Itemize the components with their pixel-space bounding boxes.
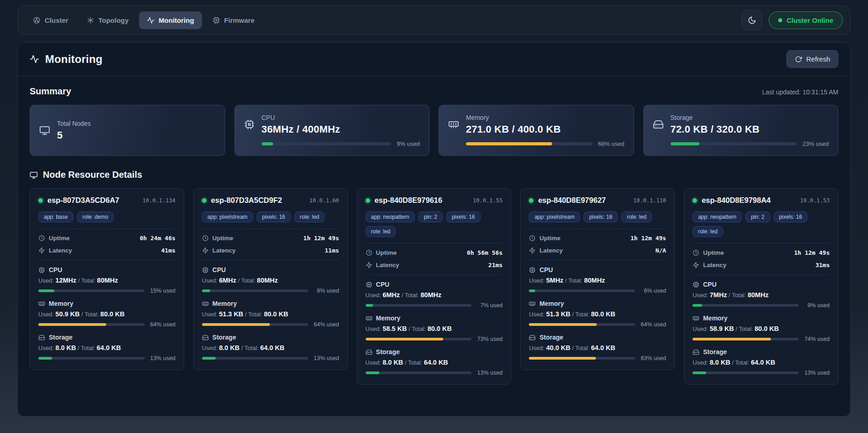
cluster-status-button[interactable]: Cluster Online: [769, 11, 843, 29]
node-ip: 10.0.1.110: [633, 197, 666, 204]
progress-percent-label: 23% used: [802, 140, 829, 147]
clock-icon: [692, 249, 699, 256]
node-card-esp-840d8e9798a4: esp-840D8E9798A410.0.1.53app: neopattern…: [684, 188, 838, 385]
metric-name: Storage: [703, 348, 727, 356]
tab-topology[interactable]: Topology: [79, 11, 136, 29]
cluster-icon: [33, 16, 41, 24]
metric-usage: Used: 8.0 KB / Total: 64.0 KB: [202, 344, 339, 351]
metric-usage: Used: 6MHz / Total: 80MHz: [202, 277, 339, 284]
metric-storage: StorageUsed: 8.0 KB / Total: 64.0 KB13% …: [692, 348, 830, 376]
monitoring-panel: Monitoring Refresh Summary Last updated:…: [17, 42, 851, 417]
tab-label: Monitoring: [159, 16, 194, 24]
progress-percent-label: 9% used: [397, 140, 420, 147]
metric-storage: StorageUsed: 40.0 KB / Total: 64.0 KB63%…: [529, 334, 666, 361]
moon-icon: [748, 16, 756, 25]
refresh-label: Refresh: [806, 55, 830, 63]
node-name: esp-807D3A5CD6A7: [47, 196, 119, 205]
clock-icon: [366, 249, 372, 256]
stat-value: 31ms: [816, 262, 830, 268]
tab-cluster[interactable]: Cluster: [25, 11, 76, 29]
summary-card-value: 271.0 KB / 400.0 KB: [466, 124, 561, 135]
node-badge: role: led: [621, 211, 652, 222]
metric-storage: StorageUsed: 8.0 KB / Total: 64.0 KB13% …: [202, 334, 339, 361]
progress-bar: [466, 142, 593, 145]
node-ip: 10.0.1.134: [143, 197, 176, 204]
cpu-icon: [529, 267, 536, 273]
panel-header: Monitoring Refresh: [18, 42, 850, 76]
last-updated-label: Last updated: 10:31:15 AM: [762, 88, 838, 96]
node-header: esp-840D8E97961610.0.1.55: [366, 196, 503, 205]
summary-card-storage: Storage72.0 KB / 320.0 KB23% used: [643, 105, 839, 156]
summary-card-value: 72.0 KB / 320.0 KB: [671, 124, 760, 135]
progress-bar: [366, 371, 472, 374]
node-card-esp-840d8e979616: esp-840D8E97961610.0.1.55app: neopattern…: [357, 188, 512, 385]
stat-label: Uptime: [539, 235, 560, 242]
page-title: Monitoring: [45, 53, 103, 66]
metric-name: CPU: [703, 281, 717, 288]
clock-icon: [529, 235, 536, 242]
stat-value: 41ms: [161, 247, 175, 254]
node-status-dot-icon: [366, 198, 370, 203]
memory-icon: [448, 119, 459, 130]
node-name: esp-840D8E979616: [375, 196, 443, 205]
stat-row-latency: Latency41ms: [38, 244, 176, 257]
tab-label: Cluster: [45, 16, 68, 24]
node-header: esp-840D8E97962710.0.1.110: [529, 196, 666, 205]
cluster-status-label: Cluster Online: [786, 16, 833, 24]
node-ip: 10.0.1.55: [473, 197, 502, 204]
progress-percent-label: 73% used: [476, 336, 502, 342]
summary-card-cpu: CPU36MHz / 400MHz9% used: [234, 105, 430, 156]
stat-row-uptime: Uptime1h 12m 49s: [202, 232, 339, 244]
refresh-button[interactable]: Refresh: [786, 50, 838, 68]
zap-icon: [366, 262, 372, 268]
memory-icon: [366, 315, 372, 322]
metric-usage: Used: 40.0 KB / Total: 64.0 KB: [529, 344, 666, 351]
storage-icon: [529, 334, 536, 341]
progress-bar: [671, 142, 797, 145]
stat-value: 1h 12m 49s: [630, 235, 666, 242]
metric-name: Memory: [539, 300, 564, 307]
stat-row-latency: Latency31ms: [692, 259, 830, 271]
metric-usage: Used: 58.9 KB / Total: 80.0 KB: [692, 325, 830, 332]
node-stats: Uptime1h 12m 49sLatency31ms: [692, 243, 830, 275]
tab-firmware[interactable]: Firmware: [205, 11, 263, 29]
cpu-icon: [38, 267, 45, 273]
stat-label: Uptime: [703, 249, 724, 256]
stat-label: Latency: [539, 247, 563, 254]
progress-percent-label: 68% used: [598, 140, 625, 147]
nav-right: Cluster Online: [741, 10, 843, 30]
node-badge: role: led: [366, 226, 396, 237]
stat-row-uptime: Uptime0h 56m 56s: [366, 247, 503, 259]
stat-label: Uptime: [212, 235, 233, 242]
metric-cpu: CPUUsed: 6MHz / Total: 80MHz8% used: [202, 266, 339, 294]
stat-value: 1h 12m 49s: [794, 249, 830, 256]
node-status-dot-icon: [38, 198, 43, 203]
metric-name: CPU: [376, 281, 390, 288]
node-name: esp-840D8E979627: [538, 196, 606, 205]
node-badge: app: pixelstream: [529, 211, 580, 222]
tab-monitoring[interactable]: Monitoring: [139, 11, 202, 29]
summary-cards: Total Nodes5CPU36MHz / 400MHz9% usedMemo…: [30, 105, 838, 156]
metric-name: Memory: [703, 314, 728, 322]
node-badge: pixels: 16: [774, 211, 808, 222]
nav-tabs: ClusterTopologyMonitoringFirmware: [25, 11, 262, 29]
progress-bar: [202, 289, 308, 292]
metric-usage: Used: 8.0 KB / Total: 64.0 KB: [692, 359, 830, 366]
stat-label: Latency: [212, 247, 236, 254]
nodes-heading: Node Resource Details: [43, 170, 142, 180]
theme-toggle-button[interactable]: [741, 10, 762, 30]
metric-usage: Used: 6MHz / Total: 80MHz: [366, 291, 503, 299]
progress-percent-label: 64% used: [313, 321, 339, 328]
node-badge: pixels: 16: [446, 211, 480, 222]
node-name: esp-807D3A5CD9F2: [211, 196, 282, 205]
topology-icon: [87, 16, 94, 24]
metric-memory: MemoryUsed: 58.5 KB / Total: 80.0 KB73% …: [366, 314, 503, 342]
summary-card-value: 5: [57, 129, 91, 141]
metric-usage: Used: 58.5 KB / Total: 80.0 KB: [366, 325, 503, 332]
monitoring-icon: [30, 54, 39, 64]
zap-icon: [202, 247, 209, 254]
cpu-icon: [202, 267, 209, 273]
memory-icon: [529, 300, 536, 307]
stat-row-uptime: Uptime0h 24m 46s: [38, 232, 176, 244]
metric-storage: StorageUsed: 8.0 KB / Total: 64.0 KB13% …: [366, 348, 503, 376]
